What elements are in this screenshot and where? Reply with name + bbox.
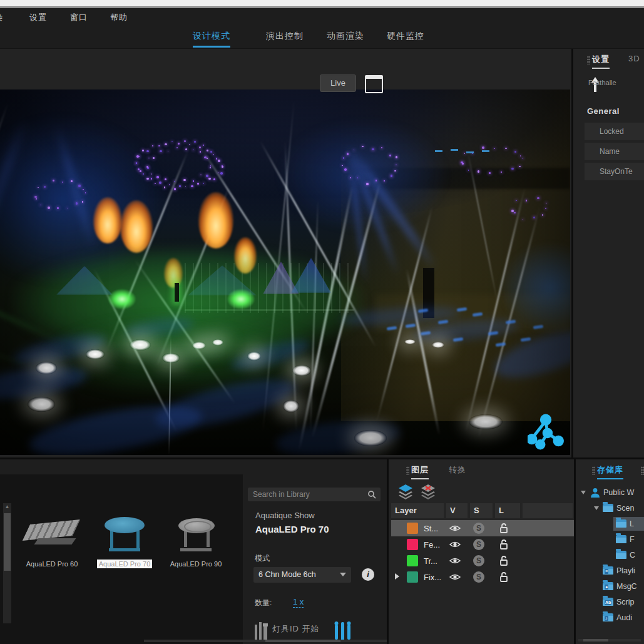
panel-grip-icon[interactable]	[641, 466, 644, 475]
menu-item-help[interactable]: 帮助	[110, 12, 128, 23]
property-row-name[interactable]: Name	[585, 143, 644, 160]
visibility-eye-icon[interactable]	[449, 571, 461, 583]
visibility-eye-icon[interactable]	[449, 555, 461, 567]
tree-item-label[interactable]: Playli	[616, 566, 635, 575]
tree-item-label[interactable]: Scen	[616, 504, 635, 513]
tab-design-mode[interactable]: 设计模式	[193, 31, 230, 48]
tab-layers[interactable]: 图层	[411, 464, 429, 479]
layer-row[interactable]: Fe...S	[391, 536, 575, 553]
tab-transform[interactable]: 转换	[449, 464, 466, 478]
patch-icon[interactable]	[334, 621, 352, 642]
quantity-value[interactable]: 1 x	[293, 597, 304, 608]
folder-icon: Ab	[603, 598, 613, 606]
expand-arrow-icon[interactable]	[581, 491, 586, 494]
tree-item[interactable]: F	[576, 533, 644, 547]
property-label: StayOnTe	[600, 167, 633, 176]
fixture-browser[interactable]: AquaLED Pro 60AquaLED Pro 70AquaLED Pro …	[0, 474, 243, 644]
fixture-thumbnail[interactable]	[90, 513, 159, 557]
column-header[interactable]: V	[450, 506, 456, 515]
solo-icon[interactable]: S	[473, 523, 484, 534]
scroll-up-arrow[interactable]: ▲	[3, 503, 11, 511]
layer-name[interactable]: St...	[424, 524, 438, 533]
tree-item[interactable]: Public W	[576, 486, 644, 500]
folder-icon	[616, 519, 626, 528]
fixture-item[interactable]: AquaLED Pro 70	[90, 513, 159, 569]
column-header[interactable]: Layer	[395, 506, 417, 515]
tree-item-label[interactable]: Audi	[616, 613, 632, 622]
tree-item[interactable]: ≡Playli	[576, 564, 644, 578]
panel-grip-icon[interactable]	[587, 56, 590, 64]
fixture-thumbnail[interactable]	[18, 513, 86, 557]
info-icon[interactable]: i	[362, 568, 374, 581]
tab-settings[interactable]: 设置	[592, 54, 610, 69]
property-row-locked[interactable]: Locked	[585, 123, 644, 140]
fixture-label[interactable]: AquaLED Pro 90	[168, 560, 224, 568]
add-layer-icon[interactable]	[397, 483, 414, 499]
layer-color-swatch[interactable]	[407, 571, 418, 583]
breadcrumb[interactable]: Festhalle	[588, 79, 616, 86]
live-button[interactable]: Live	[320, 74, 356, 92]
solo-icon[interactable]: S	[473, 539, 484, 550]
lock-icon[interactable]	[498, 555, 510, 567]
horizontal-scrollbar[interactable]	[144, 640, 387, 642]
fixture-scrollbar-thumb[interactable]	[4, 513, 11, 571]
tree-item[interactable]: Scen	[576, 501, 644, 516]
layer-row[interactable]: Tr...S	[391, 553, 575, 569]
panel-grip-icon[interactable]	[592, 466, 595, 475]
fixture-thumbnail[interactable]	[161, 513, 230, 557]
tab-hardware-monitor[interactable]: 硬件监控	[387, 31, 424, 46]
lock-icon[interactable]	[498, 571, 510, 583]
scene-vignette	[0, 89, 570, 455]
tree-item-label[interactable]: F	[630, 535, 635, 544]
menu-item-window[interactable]: 窗口	[70, 12, 88, 23]
tree-item[interactable]: AbScrip	[576, 595, 644, 610]
lock-icon[interactable]	[498, 522, 510, 534]
tree-item-label[interactable]: C	[630, 551, 635, 560]
layer-name[interactable]: Fe...	[424, 540, 440, 549]
tree-item[interactable]: C	[576, 548, 644, 563]
visibility-eye-icon[interactable]	[449, 538, 461, 551]
fixture-item[interactable]: AquaLED Pro 60	[18, 513, 86, 569]
solo-icon[interactable]: S	[473, 555, 484, 566]
viewport-3d-scene[interactable]	[0, 89, 570, 455]
column-header[interactable]: L	[499, 506, 504, 515]
fixture-label[interactable]: AquaLED Pro 60	[24, 560, 80, 568]
fixture-label[interactable]: AquaLED Pro 70	[97, 560, 153, 568]
layer-color-swatch[interactable]	[407, 539, 418, 550]
menu-item-render[interactable]: 染	[0, 12, 3, 23]
tree-item-label[interactable]: Public W	[603, 488, 634, 497]
column-header[interactable]: S	[474, 506, 479, 515]
tree-item[interactable]: ♪Audi	[576, 611, 644, 625]
tab-show-control[interactable]: 演出控制	[266, 31, 304, 46]
hierarchy-tree-icon[interactable]	[528, 414, 564, 450]
layer-name[interactable]: Tr...	[424, 556, 437, 566]
property-row-stayontop[interactable]: StayOnTe	[585, 163, 644, 180]
tree-item-label[interactable]: L	[630, 519, 634, 528]
tree-item-label[interactable]: MsgC	[616, 582, 637, 591]
layer-row[interactable]: St...S	[391, 520, 575, 536]
layer-name[interactable]: Fix...	[424, 573, 441, 582]
search-input[interactable]: Search in Library	[248, 488, 381, 501]
menu-item-settings[interactable]: 设置	[29, 12, 47, 23]
delete-layer-icon[interactable]	[420, 483, 436, 499]
detach-window-icon[interactable]	[365, 75, 383, 93]
expand-arrow-icon[interactable]	[594, 506, 599, 510]
tree-item-label[interactable]: Scrip	[616, 598, 634, 606]
tab-storage[interactable]: 存储库	[597, 464, 623, 479]
mode-select[interactable]: 6 Chn Mode 6ch	[253, 567, 351, 583]
layer-row[interactable]: Fix...S	[391, 569, 575, 585]
lock-icon[interactable]	[498, 538, 510, 551]
layer-color-swatch[interactable]	[407, 523, 418, 534]
tab-animation-render[interactable]: 动画渲染	[327, 31, 364, 46]
folder-icon: ●	[603, 582, 613, 590]
tree-item[interactable]: L	[576, 517, 644, 531]
panel-grip-icon[interactable]	[406, 466, 409, 475]
solo-icon[interactable]: S	[473, 571, 484, 583]
expand-arrow-icon[interactable]	[395, 573, 399, 580]
fixture-item[interactable]: AquaLED Pro 90	[161, 513, 230, 569]
tree-item[interactable]: ●MsgC	[576, 580, 644, 594]
visibility-eye-icon[interactable]	[449, 522, 461, 534]
horizontal-scrollbar[interactable]	[578, 639, 641, 641]
tab-3d[interactable]: 3D	[628, 54, 640, 66]
layer-color-swatch[interactable]	[407, 555, 418, 566]
